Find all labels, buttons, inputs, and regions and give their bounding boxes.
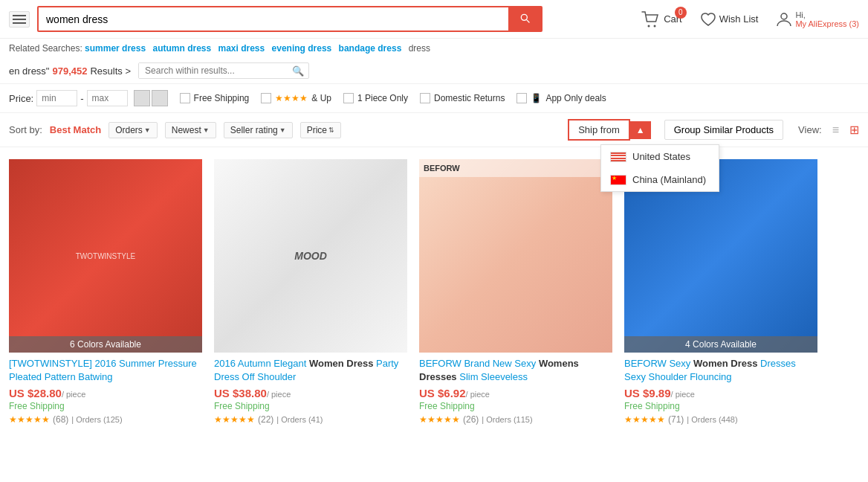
newest-sort-button[interactable]: Newest ▼ xyxy=(165,122,216,138)
ship-from-arrow[interactable]: ▲ xyxy=(630,121,651,139)
orders-1: | Orders (125) xyxy=(71,415,122,424)
best-match-button[interactable]: Best Match xyxy=(50,124,101,135)
wishlist-button[interactable]: Wish List xyxy=(700,12,759,27)
cart-badge: 0 xyxy=(675,7,687,19)
ship-from-menu: United States China (Mainland) xyxy=(600,144,719,192)
svg-point-1 xyxy=(654,25,656,27)
app-deals-label: App Only deals xyxy=(545,93,606,103)
search-input[interactable] xyxy=(39,7,508,30)
account-sub: My AliExpress (3) xyxy=(795,19,859,28)
app-deals-checkbox[interactable] xyxy=(516,93,527,103)
reviews-1: (68) xyxy=(53,414,68,425)
product-rating-4: ★★★★★ (71) | Orders (448) xyxy=(624,414,817,425)
domestic-returns-filter[interactable]: Domestic Returns xyxy=(420,93,505,103)
search-within-bar: 🔍 xyxy=(138,62,309,79)
product-link-4[interactable]: BEFORW Sexy Women Dress Dresses Sexy Sho… xyxy=(624,358,796,382)
price-min-input[interactable] xyxy=(36,90,77,106)
product-title-2: 2016 Autumn Elegant Women Dress Party Dr… xyxy=(214,357,407,384)
product-card-3[interactable]: BEFORW BEFORW Brand New Sexy Womens Dres… xyxy=(419,159,612,425)
header-icons: 0 Cart Wish List Hi, My AliExpress (3) xyxy=(634,10,859,28)
piece-only-checkbox[interactable] xyxy=(343,93,354,103)
ship-from-button[interactable]: Ship from xyxy=(568,119,630,141)
product-card-4[interactable]: BEFORW 4 Colors Available BEFORW Sexy Wo… xyxy=(624,159,817,425)
product-image-2: MOOD xyxy=(214,159,407,353)
product-card-1[interactable]: TWOTWINSTYLE 6 Colors Available [TWOTWIN… xyxy=(9,159,202,425)
sort-label: Sort by: xyxy=(9,124,42,135)
us-flag-icon xyxy=(610,152,626,162)
color-badge-4: 4 Colors Available xyxy=(624,336,817,353)
orders-4: | Orders (448) xyxy=(687,415,737,424)
product-price-2: US $38.80/ piece xyxy=(214,387,407,399)
account-info: Hi, My AliExpress (3) xyxy=(795,10,859,28)
related-searches: Related Searches: summer dress autumn dr… xyxy=(0,39,868,58)
product-rating-1: ★★★★★ (68) | Orders (125) xyxy=(9,414,202,425)
price-unit-1: / piece xyxy=(62,390,85,399)
product-rating-2: ★★★★★ (22) | Orders (41) xyxy=(214,414,407,425)
related-link-autumn[interactable]: autumn dress xyxy=(152,43,211,54)
cn-flag-icon xyxy=(610,175,626,185)
cart-button[interactable]: 0 Cart xyxy=(641,11,682,28)
price-sort-arrow: ⇅ xyxy=(328,126,334,134)
free-shipping-filter[interactable]: Free Shipping xyxy=(180,93,250,103)
product-title-1: [TWOTWINSTYLE] 2016 Summer Pressure Plea… xyxy=(9,357,202,384)
red-dress-image: TWOTWINSTYLE xyxy=(9,159,202,353)
price-unit-4: / piece xyxy=(671,390,695,399)
view-label: View: xyxy=(798,124,822,135)
free-shipping-label: Free Shipping xyxy=(194,93,250,103)
price-label: Price: xyxy=(9,93,33,104)
stars-4: ★★★★★ xyxy=(624,414,665,425)
product-link-3[interactable]: BEFORW Brand New Sexy Womens Dresses Sli… xyxy=(419,358,579,382)
search-within-input[interactable] xyxy=(139,63,288,78)
free-shipping-checkbox[interactable] xyxy=(180,93,190,103)
bandage-text: dress xyxy=(409,43,430,54)
results-bar: en dress" 979,452 Results > 🔍 xyxy=(0,58,868,84)
product-price-4: US $9.89/ piece xyxy=(624,387,817,399)
product-shipping-1: Free Shipping xyxy=(9,401,202,411)
product-rating-3: ★★★★★ (26) | Orders (115) xyxy=(419,414,612,425)
orders-sort-label: Orders xyxy=(115,125,143,135)
product-image-1: TWOTWINSTYLE 6 Colors Available xyxy=(9,159,202,353)
results-count: 979,452 xyxy=(52,65,87,77)
related-link-summer[interactable]: summer dress xyxy=(85,43,146,54)
app-icon: 📱 xyxy=(531,93,542,103)
brand-logo-3: BEFORW xyxy=(419,159,612,177)
related-link-bandage[interactable]: bandage dress xyxy=(339,43,402,54)
menu-button[interactable] xyxy=(9,11,30,28)
product-title-3: BEFORW Brand New Sexy Womens Dresses Sli… xyxy=(419,357,612,384)
orders-sort-arrow: ▼ xyxy=(144,126,151,134)
product-link-2[interactable]: 2016 Autumn Elegant Women Dress Party Dr… xyxy=(214,358,398,382)
cn-label: China (Mainland) xyxy=(632,174,706,185)
seller-rating-label: Seller rating xyxy=(230,125,278,135)
pink-dress-image: BEFORW xyxy=(419,159,612,353)
seller-rating-arrow: ▼ xyxy=(279,126,286,134)
price-unit-2: / piece xyxy=(267,390,291,399)
reviews-4: (71) xyxy=(668,414,684,425)
stars-checkbox[interactable] xyxy=(261,93,271,103)
piece-only-label: 1 Piece Only xyxy=(357,93,408,103)
app-deals-filter[interactable]: 📱 App Only deals xyxy=(516,93,606,103)
newest-sort-label: Newest xyxy=(172,125,201,135)
seller-rating-sort-button[interactable]: Seller rating ▼ xyxy=(224,122,293,138)
view-list-button[interactable]: ≡ xyxy=(832,123,839,137)
product-link-1[interactable]: [TWOTWINSTYLE] 2016 Summer Pressure Plea… xyxy=(9,358,197,382)
ship-from-cn-option[interactable]: China (Mainland) xyxy=(601,168,719,191)
reviews-2: (22) xyxy=(258,414,273,425)
wishlist-label: Wish List xyxy=(719,13,759,25)
related-link-maxi[interactable]: maxi dress xyxy=(218,43,265,54)
price-sort-button[interactable]: Price ⇅ xyxy=(300,122,341,138)
search-button[interactable] xyxy=(508,7,541,30)
piece-only-filter[interactable]: 1 Piece Only xyxy=(343,93,408,103)
stars-filter[interactable]: ★★★★ & Up xyxy=(261,93,331,103)
price-max-input[interactable] xyxy=(87,90,128,106)
view-grid-button[interactable]: ⊞ xyxy=(849,123,859,137)
ship-from-us-option[interactable]: United States xyxy=(601,145,719,168)
stars-1: ★★★★★ xyxy=(9,414,50,425)
search-within-icon[interactable]: 🔍 xyxy=(288,65,308,77)
account-button[interactable]: Hi, My AliExpress (3) xyxy=(776,10,859,28)
domestic-returns-checkbox[interactable] xyxy=(420,93,430,103)
group-similar-button[interactable]: Group Similar Products xyxy=(664,120,783,140)
product-card-2[interactable]: MOOD 2016 Autumn Elegant Women Dress Par… xyxy=(214,159,407,425)
product-price-3: US $6.92/ piece xyxy=(419,387,612,399)
related-link-evening[interactable]: evening dress xyxy=(272,43,332,54)
orders-sort-button[interactable]: Orders ▼ xyxy=(108,122,158,138)
